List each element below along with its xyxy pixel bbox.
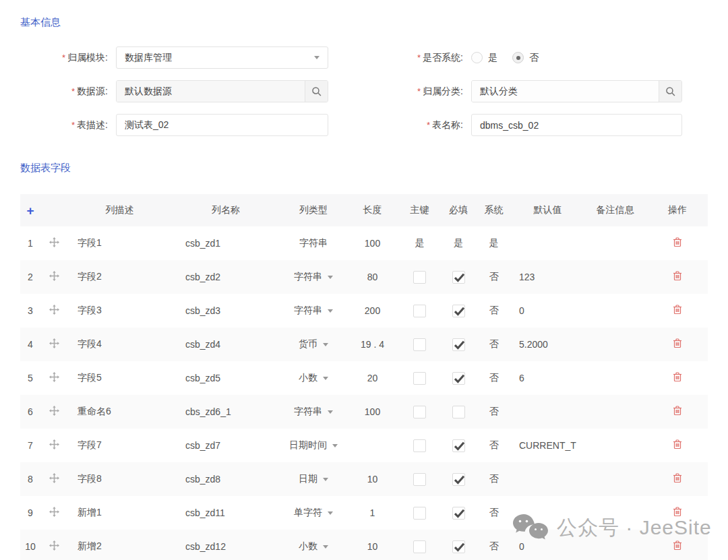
pk-checkbox[interactable] [413,271,426,284]
drag-handle-icon[interactable] [49,338,59,348]
column-length-cell[interactable]: 100 [347,226,398,260]
column-type-select[interactable]: 单字符 [280,496,347,530]
required-checkbox[interactable] [452,406,465,418]
default-value-cell[interactable] [512,462,583,496]
radio-no[interactable]: 否 [512,52,539,64]
remark-cell[interactable] [583,361,647,395]
category-search-button[interactable] [659,81,681,102]
remark-cell[interactable] [583,429,647,462]
delete-row-button[interactable] [673,406,682,416]
column-name-cell[interactable]: cbs_zd6_1 [172,395,280,429]
remark-cell[interactable] [583,260,647,294]
drag-handle-icon[interactable] [49,406,59,416]
column-length-cell[interactable]: 19 . 4 [347,328,398,361]
pk-checkbox[interactable] [413,473,426,486]
default-value-cell[interactable]: 123 [512,260,583,294]
default-value-cell[interactable] [512,226,583,260]
required-checkbox[interactable] [452,540,465,553]
column-desc-cell[interactable]: 新增1 [67,496,172,530]
pk-checkbox[interactable] [413,406,426,418]
module-select[interactable]: 数据库管理 [116,46,328,69]
drag-handle-icon[interactable] [49,305,59,315]
delete-row-button[interactable] [673,540,682,551]
remark-cell[interactable] [583,530,647,560]
datasource-input[interactable] [117,81,305,102]
column-type-select[interactable]: 小数 [280,361,347,395]
default-value-cell[interactable]: 0 [512,530,583,560]
column-type-select[interactable]: 字符串 [280,226,347,260]
column-length-cell[interactable]: 200 [347,294,398,328]
remark-cell[interactable] [583,462,647,496]
drag-handle-icon[interactable] [49,372,59,382]
datasource-search-button[interactable] [305,81,328,102]
pk-checkbox[interactable] [413,540,426,553]
required-checkbox[interactable] [452,372,465,385]
column-name-cell[interactable]: csb_zd5 [172,361,280,395]
default-value-cell[interactable]: 0 [512,294,583,328]
column-desc-cell[interactable]: 字段2 [67,260,172,294]
column-type-select[interactable]: 日期时间 [280,429,347,462]
required-checkbox[interactable] [452,439,465,452]
pk-checkbox[interactable] [413,507,426,520]
drag-handle-icon[interactable] [49,507,59,517]
column-desc-cell[interactable]: 新增2 [67,530,172,560]
column-type-select[interactable]: 日期 [280,462,347,496]
column-type-select[interactable]: 字符串 [280,260,347,294]
column-length-cell[interactable]: 10 [347,462,398,496]
required-checkbox[interactable] [452,338,465,351]
delete-row-button[interactable] [673,439,682,449]
default-value-cell[interactable]: CURRENT_T [512,429,583,462]
pk-checkbox[interactable] [413,372,426,385]
drag-handle-icon[interactable] [49,439,59,449]
remark-cell[interactable] [583,328,647,361]
delete-row-button[interactable] [673,338,682,348]
column-type-select[interactable]: 字符串 [280,395,347,429]
default-value-cell[interactable]: 6 [512,361,583,395]
column-length-cell[interactable]: 10 [347,530,398,560]
column-length-cell[interactable]: 100 [347,395,398,429]
delete-row-button[interactable] [673,305,682,315]
pk-checkbox[interactable] [413,305,426,317]
drag-handle-icon[interactable] [49,540,59,551]
required-checkbox[interactable] [452,507,465,520]
column-name-cell[interactable]: csb_zd1 [172,226,280,260]
column-desc-cell[interactable]: 字段1 [67,226,172,260]
delete-row-button[interactable] [673,237,682,247]
default-value-cell[interactable] [512,395,583,429]
required-checkbox[interactable] [452,271,465,284]
required-checkbox[interactable] [452,473,465,486]
column-name-cell[interactable]: csb_zd4 [172,328,280,361]
column-desc-cell[interactable]: 字段5 [67,361,172,395]
remark-cell[interactable] [583,294,647,328]
column-name-cell[interactable]: csb_zd2 [172,260,280,294]
delete-row-button[interactable] [673,271,682,281]
column-type-select[interactable]: 字符串 [280,294,347,328]
column-length-cell[interactable] [347,429,398,462]
column-name-cell[interactable]: csb_zd12 [172,530,280,560]
column-name-cell[interactable]: csb_zd8 [172,462,280,496]
column-desc-cell[interactable]: 字段8 [67,462,172,496]
column-desc-cell[interactable]: 重命名6 [67,395,172,429]
drag-handle-icon[interactable] [49,271,59,281]
delete-row-button[interactable] [673,473,682,483]
column-name-cell[interactable]: csb_zd3 [172,294,280,328]
column-name-cell[interactable]: csb_zd7 [172,429,280,462]
default-value-cell[interactable] [512,496,583,530]
column-name-cell[interactable]: csb_zd11 [172,496,280,530]
column-length-cell[interactable]: 80 [347,260,398,294]
column-length-cell[interactable]: 1 [347,496,398,530]
category-input[interactable] [472,81,659,102]
pk-checkbox[interactable] [413,439,426,452]
remark-cell[interactable] [583,496,647,530]
drag-handle-icon[interactable] [49,237,59,247]
delete-row-button[interactable] [673,507,682,517]
radio-yes[interactable]: 是 [471,52,497,64]
default-value-cell[interactable]: 5.2000 [512,328,583,361]
remark-cell[interactable] [583,226,647,260]
delete-row-button[interactable] [673,372,682,382]
column-desc-cell[interactable]: 字段3 [67,294,172,328]
required-checkbox[interactable] [452,305,465,317]
column-type-select[interactable]: 货币 [280,328,347,361]
add-column-button[interactable]: + [26,204,34,217]
column-desc-cell[interactable]: 字段7 [67,429,172,462]
